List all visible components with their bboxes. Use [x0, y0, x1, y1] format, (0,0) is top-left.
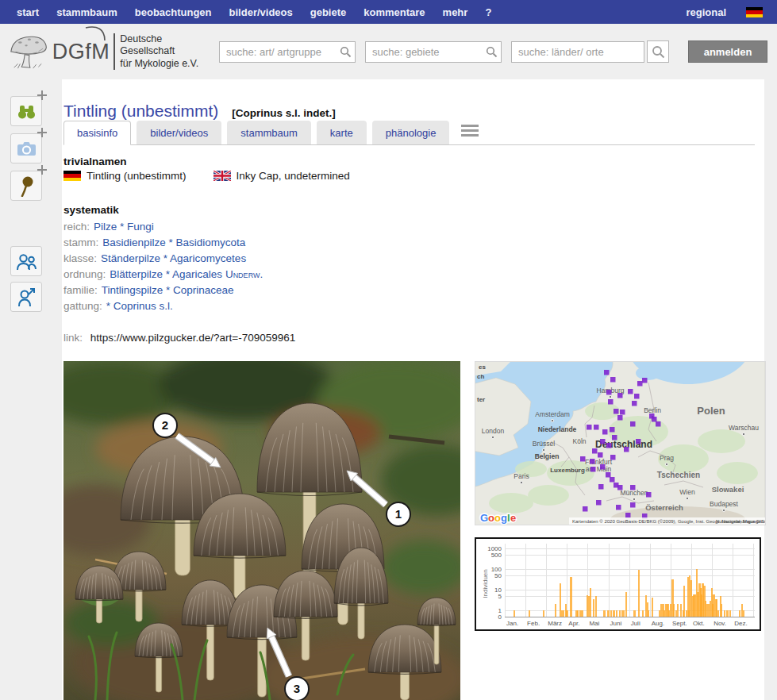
tab-bilder-videos[interactable]: bilder/videos [137, 121, 221, 144]
svg-text:es: es [479, 363, 486, 371]
external-link[interactable]: https://www.pilzgucker.de/?art=-70905996… [90, 332, 296, 344]
systematik-row: klasse:Ständerpilze * Agaricomycetes [63, 251, 263, 267]
distribution-map[interactable]: eschterNiederlandeBelgienLuxemburgDeutsc… [475, 361, 766, 525]
svg-text:3: 3 [294, 682, 300, 695]
users-button[interactable] [10, 246, 42, 276]
tab-karte[interactable]: karte [317, 121, 367, 144]
svg-text:Slowakei: Slowakei [712, 485, 744, 494]
trivial-name-de: Tintling (unbestimmt) [63, 170, 187, 182]
plus-icon [37, 165, 47, 175]
rank-label: ordnung: [63, 268, 106, 280]
uk-flag-icon [213, 171, 231, 181]
nav-menu: startstammbaumbeobachtungenbilder/videos… [8, 6, 500, 18]
search-area: anmelden [219, 40, 767, 63]
dgfm-logo[interactable]: DGfM Deutsche Gesellschaft für Mykologie… [8, 33, 213, 71]
svg-text:Paris: Paris [514, 472, 529, 480]
trivialnamen-heading: trivialnamen [63, 156, 127, 167]
taxon-link[interactable]: Tintlingspilze * Coprinaceae [102, 284, 234, 296]
systematik-row: ordnung:Blätterpilze * Agaricales Underw… [63, 267, 263, 283]
species-name: Tintling (unbestimmt) [63, 102, 218, 120]
trivial-name-label: Inky Cap, undetermined [237, 170, 350, 182]
tab-overflow-menu-icon[interactable] [461, 122, 479, 139]
svg-text:Niederlande: Niederlande [538, 425, 577, 433]
svg-text:Belgien: Belgien [535, 452, 560, 460]
plus-icon [37, 128, 47, 137]
map-pin-icon [17, 175, 36, 197]
nav-item-start[interactable]: start [8, 6, 48, 18]
tab-stammbaum[interactable]: stammbaum [227, 121, 311, 144]
nav-item-regional[interactable]: regional [677, 6, 735, 18]
phenology-chart: 10005001005010510Jan.Feb.MärzApr.MaiJuni… [475, 537, 761, 631]
svg-text:Tschechien: Tschechien [657, 471, 700, 479]
page: startstammbaumbeobachtungenbilder/videos… [0, 0, 777, 700]
add-observation-button[interactable] [10, 96, 42, 126]
taxon-link[interactable]: * Coprinus s.l. [106, 300, 173, 312]
svg-text:2: 2 [162, 418, 168, 432]
search-species-input[interactable] [219, 41, 356, 63]
svg-text:G: G [480, 512, 488, 524]
svg-text:g: g [501, 512, 507, 524]
search-places-input[interactable] [511, 41, 644, 63]
page-title: Tintling (unbestimmt) [Coprinus s.l. ind… [63, 94, 336, 123]
nav-item-help[interactable]: ? [476, 6, 500, 18]
svg-text:o: o [488, 512, 494, 524]
org-abbreviation: DGfM [52, 40, 110, 64]
rank-label: stamm: [63, 237, 98, 248]
tab-bar: basisinfobilder/videosstammbaumkartephän… [63, 121, 755, 145]
svg-text:London: London [482, 427, 505, 435]
nav-item-bilder-videos[interactable]: bilder/videos [221, 6, 302, 18]
tab-phänologie[interactable]: phänologie [372, 121, 450, 144]
map-terms-link[interactable]: Nutzungsbedingungen [716, 519, 764, 524]
german-flag-icon [63, 171, 81, 181]
systematik-row: reich:Pilze * Fungi [63, 219, 263, 235]
profile-external-button[interactable] [10, 282, 42, 312]
trivial-name-label: Tintling (unbestimmt) [87, 170, 187, 182]
top-navbar: startstammbaumbeobachtungenbilder/videos… [0, 0, 777, 24]
login-button[interactable]: anmelden [688, 40, 767, 63]
trivial-name-en: Inky Cap, undetermined [213, 170, 350, 182]
taxon-link[interactable]: Basidienpilze * Basidiomycota [102, 237, 245, 248]
rank-label: reich: [63, 221, 90, 233]
add-location-button[interactable] [10, 171, 42, 201]
svg-text:ch: ch [477, 373, 484, 380]
site-header: DGfM Deutsche Gesellschaft für Mykologie… [0, 24, 777, 79]
systematik-row: stamm:Basidienpilze * Basidiomycota [63, 235, 263, 251]
systematik-row: familie:Tintlingspilze * Coprinaceae [63, 283, 263, 298]
systematik-table: reich:Pilze * Fungistamm:Basidienpilze *… [63, 219, 263, 314]
svg-text:Köln: Köln [572, 437, 586, 445]
tab-basisinfo[interactable]: basisinfo [63, 121, 131, 145]
systematik-heading: systematik [63, 204, 119, 216]
mushroom-logo-icon [8, 33, 49, 71]
org-wordmark: DGfM Deutsche Gesellschaft für Mykologie… [52, 33, 213, 71]
svg-text:ter: ter [477, 396, 485, 403]
svg-text:Österreich: Österreich [645, 503, 683, 512]
svg-text:1: 1 [395, 507, 402, 521]
search-places-button[interactable] [647, 40, 669, 63]
svg-text:Wien: Wien [679, 488, 695, 496]
rank-label: klasse: [63, 252, 97, 264]
binoculars-icon [17, 102, 37, 120]
trivialnamen-entries: Tintling (unbestimmt) Inky Cap, undeterm… [63, 170, 350, 182]
link-label: link: [63, 332, 83, 344]
systematik-row: gattung:* Coprinus s.l. [63, 298, 263, 314]
taxon-link[interactable]: Ständerpilze * Agaricomycetes [101, 252, 246, 264]
nav-item-gebiete[interactable]: gebiete [302, 6, 356, 18]
nav-item-mehr[interactable]: mehr [434, 6, 477, 18]
search-areas-input[interactable] [365, 41, 502, 63]
taxon-link[interactable]: Pilze * Fungi [94, 221, 154, 233]
svg-text:Polen: Polen [697, 405, 725, 417]
species-photo[interactable]: 123 [63, 361, 460, 700]
person-external-link-icon [17, 287, 37, 307]
camera-icon [17, 141, 37, 156]
nav-item-kommentare[interactable]: kommentare [355, 6, 433, 18]
german-flag-icon[interactable] [746, 7, 763, 17]
taxon-link[interactable]: Blätterpilze * Agaricales [110, 268, 222, 280]
search-icon [652, 45, 665, 59]
author-citation[interactable]: Underw. [222, 268, 263, 280]
logo-flourish-icon [84, 25, 106, 40]
nav-item-beobachtungen[interactable]: beobachtungen [126, 6, 221, 18]
main-content: Tintling (unbestimmt) [Coprinus s.l. ind… [62, 79, 764, 700]
add-photo-button[interactable] [10, 133, 42, 163]
nav-item-stammbaum[interactable]: stammbaum [48, 6, 126, 18]
scientific-name: [Coprinus s.l. indet.] [232, 107, 336, 119]
